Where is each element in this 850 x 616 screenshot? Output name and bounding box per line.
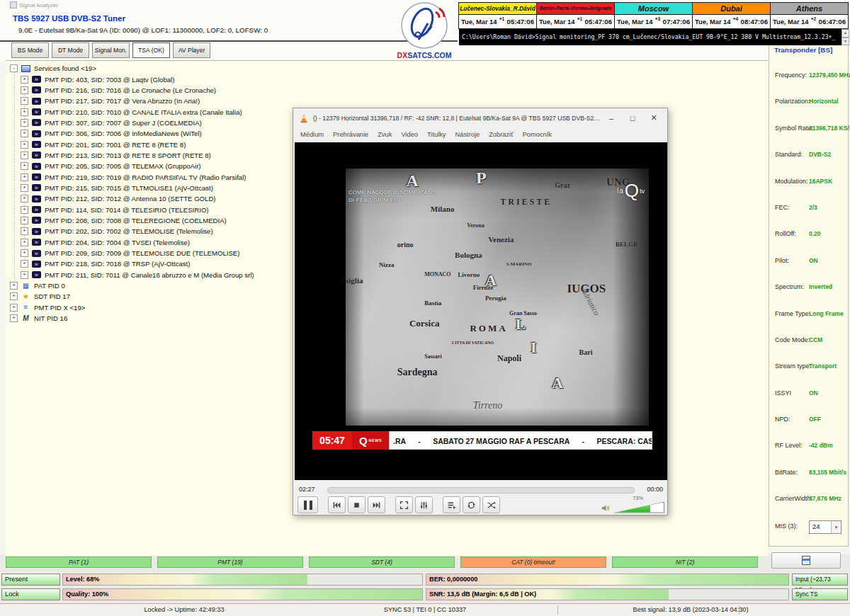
app-icon [10, 1, 17, 8]
fullscreen-button[interactable] [395, 496, 413, 513]
minimize-button[interactable]: – [601, 114, 622, 122]
world-clock: Lučenec-Slovakia_R.Dávid Tue, Mar 14 +1 … [458, 2, 537, 29]
expand-icon[interactable]: + [21, 217, 28, 224]
expand-icon[interactable]: + [21, 76, 28, 84]
tree-service-item[interactable]: + tv PMT PID: 212, SID: 7012 @ Antenna 1… [6, 193, 303, 204]
volume-control[interactable]: 73% [601, 495, 664, 515]
tree-table-item[interactable]: + ▦ PAT PID 0 [6, 280, 303, 291]
loop-button[interactable] [463, 496, 480, 513]
maximize-button[interactable]: □ [622, 114, 643, 122]
expand-icon[interactable]: + [10, 282, 18, 290]
tree-root-services[interactable]: - Services found <19> [6, 63, 303, 74]
tree-service-item[interactable]: + tv PMT PID: 215, SID: 7015 @ TLTMOLISE… [6, 183, 303, 193]
pause-button[interactable] [298, 496, 318, 513]
tree-table-item[interactable]: + ≡ PMT PID X <19> [6, 302, 303, 313]
tree-service-item[interactable]: + tv PMT PID: 201, SID: 7001 @ RETE 8 (R… [6, 139, 303, 149]
expand-icon[interactable]: + [21, 119, 28, 127]
mode-tab[interactable]: AV Player [173, 42, 210, 58]
map-label: TRIESTE [500, 197, 552, 207]
seek-slider[interactable] [327, 487, 635, 494]
tree-service-item[interactable]: + tv PMT PID: 217, SID: 7017 @ Vera Abru… [6, 96, 303, 106]
tree-table-item[interactable]: + ★ SDT PID 17 [6, 291, 303, 302]
vlc-menu-item[interactable]: Nástroje [455, 131, 480, 138]
scroll-down-icon[interactable]: ▼ [842, 38, 849, 46]
map-label: Livorno [458, 271, 480, 278]
map-label: S.MARINO [506, 261, 532, 267]
expand-icon[interactable]: + [21, 108, 28, 116]
tree-service-item[interactable]: + tv PMT PID: 213, SID: 7013 @ RETE 8 SP… [6, 150, 303, 161]
input-indicator: Input (~23,73 Mbps) [792, 574, 848, 586]
expand-icon[interactable]: + [21, 173, 28, 181]
mode-tab[interactable]: BS Mode [11, 42, 49, 58]
close-button[interactable]: ✕ [643, 113, 664, 122]
tree-service-item[interactable]: + tv PMT PID: 209, SID: 7009 @ TELEMOLIS… [6, 248, 303, 258]
vlc-menu-item[interactable]: Pomocník [523, 131, 552, 138]
mode-tab[interactable]: DT Mode [52, 42, 89, 58]
collapse-icon[interactable]: - [10, 64, 18, 72]
tree-service-item[interactable]: + tv PMT PID: 204, SID: 7004 @ TVSEI (Te… [6, 237, 303, 248]
expand-icon[interactable]: + [21, 86, 28, 94]
mode-tab[interactable]: Signal Mon. [92, 42, 130, 58]
vlc-menu-item[interactable]: Zvuk [378, 131, 392, 138]
shuffle-button[interactable] [482, 496, 500, 513]
tv-icon: tv [32, 141, 41, 148]
loop-icon [467, 501, 476, 510]
expand-icon[interactable]: + [21, 260, 28, 268]
mis-select[interactable]: 24 ▾ [809, 520, 842, 534]
tree-service-item[interactable]: + tv PMT PID: 219, SID: 7019 @ RADIO PAR… [6, 171, 303, 182]
tree-service-item[interactable]: + tv PMT PID: 403, SID: 7003 @ Laqtv (Gl… [6, 74, 303, 84]
expand-icon[interactable]: + [21, 184, 28, 192]
next-button[interactable] [368, 496, 385, 513]
terminal-scrollbar[interactable]: ▲ ▼ [842, 29, 849, 45]
equalizer-button[interactable] [415, 496, 433, 513]
tuner-subtitle: 9.0E - Eutelsat 9B/Ka-Sat 9A (ID: 0090) … [18, 26, 268, 34]
tree-service-item[interactable]: + tv PMT PID: 114, SID: 7014 @ TELESIRIO… [6, 204, 303, 215]
expand-icon[interactable]: + [10, 292, 18, 300]
expand-icon[interactable]: + [21, 271, 28, 279]
tree-service-item[interactable]: + tv PMT PID: 205, SID: 7005 @ TELEMAX (… [6, 161, 303, 171]
vlc-menu-item[interactable]: Zobraziť [489, 131, 514, 138]
transponder-label: Modulation: [775, 178, 808, 185]
vlc-menu-item[interactable]: Titulky [427, 131, 446, 138]
io-buffer-button[interactable] [771, 552, 841, 569]
tv-icon: tv [32, 76, 41, 83]
tree-table-item[interactable]: + M NIT PID 16 [6, 313, 303, 324]
expand-icon[interactable]: + [21, 227, 28, 235]
terminal-window[interactable]: C:\Users\Roman Dávid>Signal monitoring_P… [459, 29, 842, 45]
vlc-menu-item[interactable]: Médium [300, 131, 324, 138]
tree-service-item[interactable]: + tv PMT PID: 216, SID: 7016 @ Le Cronac… [6, 85, 303, 96]
map-label: Napoli [497, 353, 521, 364]
transponder-row: Frequency: 12379,450 MHz [769, 72, 848, 98]
tree-service-item[interactable]: + tv PMT PID: 211, SID: 7011 @ Canale16 … [6, 270, 303, 280]
tree-service-item[interactable]: + tv PMT PID: 202, SID: 7002 @ TELEMOLIS… [6, 226, 303, 236]
vlc-menu-item[interactable]: Video [401, 131, 418, 138]
clock-utc-offset: +4 [733, 16, 738, 21]
playlist-button[interactable] [443, 496, 460, 513]
expand-icon[interactable]: + [21, 141, 28, 149]
expand-icon[interactable]: + [21, 249, 28, 257]
transponder-value: Transport [809, 363, 837, 370]
mode-tab[interactable]: TSA (OK) [132, 42, 170, 58]
volume-slider[interactable] [613, 502, 664, 513]
expand-icon[interactable]: + [10, 304, 18, 312]
expand-icon[interactable]: + [21, 206, 28, 214]
stop-button[interactable] [348, 496, 366, 513]
expand-icon[interactable]: + [21, 130, 28, 137]
tree-service-item[interactable]: + tv PMT PID: 307, SID: 7007 @ Super J (… [6, 118, 303, 128]
expand-icon[interactable]: + [21, 152, 28, 159]
tree-service-item[interactable]: + tv PMT PID: 218, SID: 7018 @ TRSP (AjV… [6, 258, 303, 269]
previous-icon [332, 501, 341, 510]
tree-service-item[interactable]: + tv PMT PID: 208, SID: 7008 @ TELEREGIO… [6, 215, 303, 226]
transponder-value: 83,105 Mbit/s [809, 469, 846, 476]
tree-service-item[interactable]: + tv PMT PID: 306, SID: 7006 @ InfoMedia… [6, 128, 303, 139]
expand-icon[interactable]: + [21, 239, 28, 246]
expand-icon[interactable]: + [10, 314, 18, 322]
previous-button[interactable] [328, 496, 346, 513]
vlc-titlebar[interactable]: () - 12379 Horizontal 31396,718 / RF: -4… [293, 108, 667, 127]
expand-icon[interactable]: + [21, 162, 28, 170]
expand-icon[interactable]: + [21, 97, 28, 105]
tree-service-item[interactable]: + tv PMT PID: 210, SID: 7010 @ CANALE IT… [6, 106, 303, 117]
expand-icon[interactable]: + [21, 195, 28, 203]
scroll-up-icon[interactable]: ▲ [842, 29, 849, 38]
vlc-menu-item[interactable]: Prehrávanie [333, 131, 368, 138]
